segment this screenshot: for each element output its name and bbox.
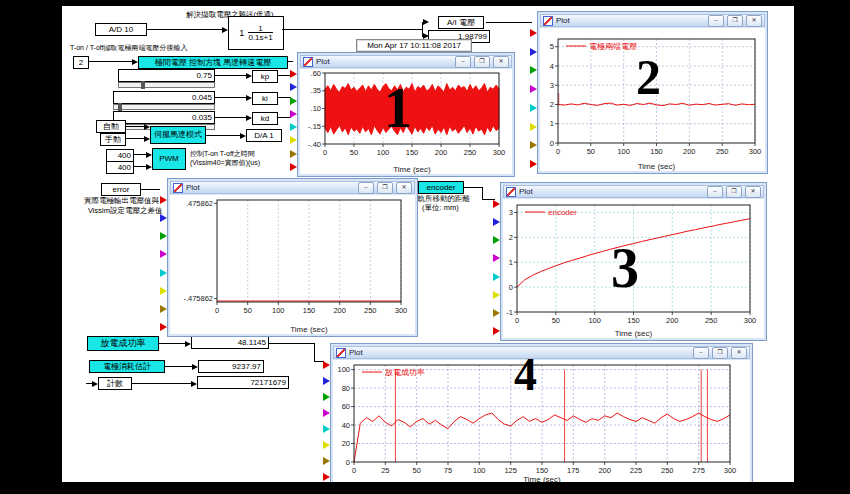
kp-slider[interactable] bbox=[118, 82, 215, 88]
input-pin[interactable] bbox=[530, 160, 537, 168]
discharge-rate-block[interactable]: 放電成功率 bbox=[87, 336, 159, 351]
ai-voltage-label[interactable]: A/I 電壓 bbox=[438, 16, 484, 29]
input-pin[interactable] bbox=[493, 309, 500, 317]
input-pin[interactable] bbox=[493, 254, 500, 262]
input-pin[interactable] bbox=[493, 291, 500, 299]
close-button[interactable]: ✕ bbox=[745, 186, 761, 198]
electrode-wear-block[interactable]: 電極消耗估計 bbox=[89, 360, 165, 373]
plot-window-titlebar[interactable]: Plot ‒ ❐ ✕ bbox=[170, 181, 415, 194]
input-pin[interactable] bbox=[530, 123, 537, 131]
input-pin[interactable] bbox=[493, 218, 500, 226]
counter-block[interactable]: 計數 bbox=[98, 377, 132, 390]
manual-button[interactable]: 手動 bbox=[100, 133, 126, 146]
kd-gain-block[interactable]: kd bbox=[252, 112, 278, 125]
input-pin[interactable] bbox=[323, 441, 330, 449]
maximize-button[interactable]: ❐ bbox=[474, 56, 490, 68]
transfer-function-block[interactable]: 1 1 0.1s+1 bbox=[228, 16, 284, 50]
input-pin[interactable] bbox=[290, 136, 297, 144]
svg-text:50: 50 bbox=[244, 306, 252, 315]
encoder-variable-block[interactable]: encoder bbox=[418, 181, 464, 194]
ki-slider-thumb[interactable] bbox=[118, 103, 122, 111]
adc-block[interactable]: A/D 10 bbox=[95, 23, 147, 36]
minimize-button[interactable]: ‒ bbox=[708, 15, 724, 27]
input-pin[interactable] bbox=[530, 85, 537, 93]
plot-window-titlebar[interactable]: Plot ‒ ❐ ✕ bbox=[540, 14, 765, 27]
input-pin[interactable] bbox=[323, 361, 330, 369]
input-pin[interactable] bbox=[290, 123, 297, 131]
plot-window-titlebar[interactable]: Plot ‒ ❐ ✕ bbox=[333, 346, 750, 359]
input-pin[interactable] bbox=[290, 110, 297, 118]
input-pin[interactable] bbox=[530, 48, 537, 56]
input-pin[interactable] bbox=[530, 141, 537, 149]
svg-text:encoder: encoder bbox=[548, 208, 577, 217]
input-pin[interactable] bbox=[160, 250, 167, 258]
close-button[interactable]: ✕ bbox=[746, 15, 762, 27]
close-button[interactable]: ✕ bbox=[493, 56, 509, 68]
svg-text:60: 60 bbox=[342, 402, 350, 411]
vissim-diagram-canvas: 解決擷取電壓之雜訊(低通) A/D 10 1 1 0.1s+1 A/I 電壓 1… bbox=[62, 6, 794, 482]
input-pin[interactable] bbox=[290, 83, 297, 91]
input-pin[interactable] bbox=[530, 66, 537, 74]
input-pin[interactable] bbox=[530, 29, 537, 37]
pwm-note-line2: (Vissim40=實際值)(us) bbox=[190, 158, 260, 167]
svg-text:150: 150 bbox=[627, 316, 640, 325]
input-pin[interactable] bbox=[290, 70, 297, 78]
dac-block[interactable]: D/A 1 bbox=[246, 129, 282, 142]
input-pin[interactable] bbox=[160, 232, 167, 240]
input-pin[interactable] bbox=[323, 457, 330, 465]
svg-text:225: 225 bbox=[630, 466, 643, 475]
input-pin[interactable] bbox=[290, 163, 297, 171]
input-pin[interactable] bbox=[290, 97, 297, 105]
minimize-button[interactable]: ‒ bbox=[358, 182, 374, 194]
input-pin[interactable] bbox=[160, 323, 167, 331]
input-pin[interactable] bbox=[323, 473, 330, 481]
input-pin[interactable] bbox=[290, 150, 297, 158]
svg-text:300: 300 bbox=[749, 147, 762, 156]
maximize-button[interactable]: ❐ bbox=[377, 182, 393, 194]
minimize-button[interactable]: ‒ bbox=[455, 56, 471, 68]
input-pin[interactable] bbox=[323, 425, 330, 433]
plot-window-titlebar[interactable]: Plot ‒ ❐ ✕ bbox=[503, 185, 764, 198]
close-button[interactable]: ✕ bbox=[731, 347, 747, 359]
error-variable-block[interactable]: error bbox=[101, 183, 141, 196]
input-pin[interactable] bbox=[323, 393, 330, 401]
input-pin[interactable] bbox=[493, 327, 500, 335]
gap-control-label[interactable]: 極間電壓 控制方塊 馬達轉速電壓 bbox=[138, 56, 288, 69]
input-pin[interactable] bbox=[160, 196, 167, 204]
close-button[interactable]: ✕ bbox=[396, 182, 412, 194]
maximize-button[interactable]: ❐ bbox=[726, 186, 742, 198]
minimize-button[interactable]: ‒ bbox=[693, 347, 709, 359]
minimize-button[interactable]: ‒ bbox=[707, 186, 723, 198]
motor-mode-block[interactable]: 伺服馬達模式 bbox=[150, 126, 206, 144]
ki-slider[interactable] bbox=[113, 104, 215, 110]
input-pin[interactable] bbox=[530, 104, 537, 112]
input-pin[interactable] bbox=[160, 287, 167, 295]
svg-text:250: 250 bbox=[464, 148, 477, 157]
input-pin[interactable] bbox=[323, 409, 330, 417]
svg-text:250: 250 bbox=[705, 316, 718, 325]
input-pin[interactable] bbox=[160, 269, 167, 277]
maximize-button[interactable]: ❐ bbox=[712, 347, 728, 359]
kp-slider-thumb[interactable] bbox=[141, 81, 145, 89]
const-2-block[interactable]: 2 bbox=[73, 56, 89, 69]
auto-button[interactable]: 自動 bbox=[96, 120, 126, 133]
svg-text:3: 3 bbox=[550, 81, 554, 90]
input-pin[interactable] bbox=[160, 305, 167, 313]
svg-text:放電成功率: 放電成功率 bbox=[385, 368, 425, 377]
svg-text:250: 250 bbox=[661, 466, 674, 475]
maximize-button[interactable]: ❐ bbox=[727, 15, 743, 27]
ki-gain-block[interactable]: ki bbox=[252, 92, 278, 105]
kp-gain-block[interactable]: kp bbox=[252, 70, 278, 83]
tf-gain: 1 bbox=[239, 28, 244, 38]
svg-text:300: 300 bbox=[395, 306, 408, 315]
input-pin[interactable] bbox=[160, 214, 167, 222]
wire bbox=[215, 97, 248, 98]
pwm-block[interactable]: PWM bbox=[152, 148, 186, 170]
input-pin[interactable] bbox=[493, 200, 500, 208]
input-pin[interactable] bbox=[323, 377, 330, 385]
input-pin[interactable] bbox=[493, 273, 500, 281]
svg-text:200: 200 bbox=[333, 306, 346, 315]
tf-fraction: 1 0.1s+1 bbox=[248, 24, 272, 42]
plot-window-titlebar[interactable]: Plot ‒ ❐ ✕ bbox=[300, 55, 512, 68]
input-pin[interactable] bbox=[493, 236, 500, 244]
